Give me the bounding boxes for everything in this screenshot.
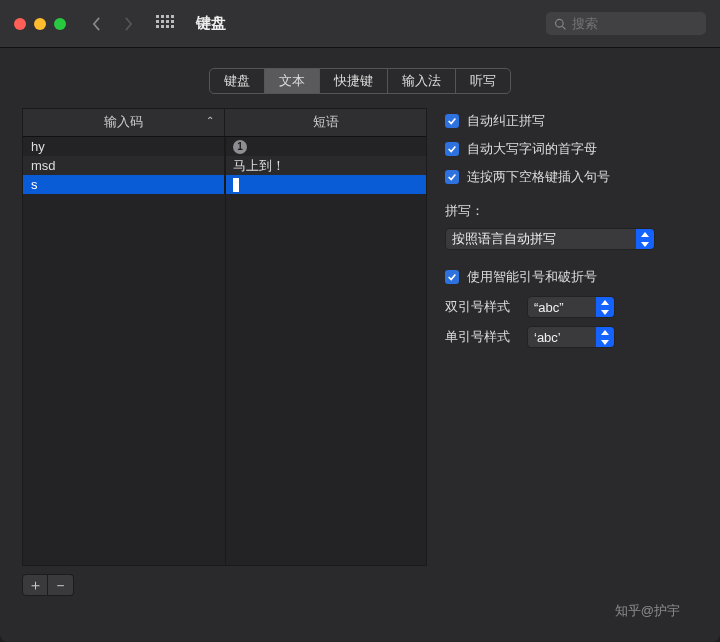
search-input[interactable]: [572, 16, 698, 31]
double-quote-row: 双引号样式 “abc”: [445, 296, 698, 318]
select-stepper-icon: [596, 327, 614, 347]
option-double-space[interactable]: 连按两下空格键插入句号: [445, 168, 698, 186]
spelling-select[interactable]: 按照语言自动拼写: [445, 228, 655, 250]
svg-line-1: [562, 26, 565, 29]
traffic-lights: [14, 18, 66, 30]
tabs-container: 键盘 文本 快捷键 输入法 听写: [0, 48, 720, 108]
substitutions-table: 输入码 ⌃ 短语 hy 1 msd: [22, 108, 427, 566]
maximize-button[interactable]: [54, 18, 66, 30]
option-label: 自动纠正拼写: [467, 112, 545, 130]
single-quote-label: 单引号样式: [445, 328, 517, 346]
col-header-input[interactable]: 输入码 ⌃: [23, 109, 225, 136]
back-button[interactable]: [84, 12, 108, 36]
footer: 知乎@护宇 设置蓝牙键盘…: [0, 606, 720, 642]
tab-input-sources[interactable]: 输入法: [388, 69, 456, 93]
tab-shortcuts[interactable]: 快捷键: [320, 69, 388, 93]
checkbox-checked-icon[interactable]: [445, 114, 459, 128]
double-quote-select[interactable]: “abc”: [527, 296, 615, 318]
cell-phrase[interactable]: 1: [225, 137, 426, 156]
checkbox-checked-icon[interactable]: [445, 142, 459, 156]
grid-icon[interactable]: [156, 15, 174, 33]
col-header-phrase[interactable]: 短语: [225, 109, 426, 136]
cell-input[interactable]: s: [23, 175, 225, 194]
svg-marker-3: [641, 242, 649, 247]
prefs-window: 键盘 键盘 文本 快捷键 输入法 听写 输入码 ⌃: [0, 0, 720, 642]
single-quote-select[interactable]: ‘abc’: [527, 326, 615, 348]
minimize-button[interactable]: [34, 18, 46, 30]
table-body: hy 1 msd 马上到！ s: [23, 137, 426, 565]
checkbox-checked-icon[interactable]: [445, 170, 459, 184]
search-icon: [554, 17, 566, 31]
svg-marker-2: [641, 232, 649, 237]
option-autocorrect[interactable]: 自动纠正拼写: [445, 112, 698, 130]
svg-point-0: [556, 19, 564, 27]
badge-icon: 1: [233, 140, 247, 154]
double-quote-value: “abc”: [534, 300, 564, 315]
svg-marker-6: [601, 330, 609, 335]
column-divider: [225, 137, 226, 565]
select-stepper-icon: [636, 229, 654, 249]
single-quote-row: 单引号样式 ‘abc’: [445, 326, 698, 348]
sort-indicator-icon: ⌃: [206, 115, 214, 126]
text-cursor-icon: [233, 178, 239, 192]
single-quote-value: ‘abc’: [534, 330, 561, 345]
options-panel: 自动纠正拼写 自动大写字词的首字母 连按两下空格键插入句号 拼写： 按照语言自动…: [445, 108, 698, 596]
titlebar: 键盘: [0, 0, 720, 48]
option-label: 使用智能引号和破折号: [467, 268, 597, 286]
option-label: 连按两下空格键插入句号: [467, 168, 610, 186]
option-capitalize[interactable]: 自动大写字词的首字母: [445, 140, 698, 158]
option-smart-quotes[interactable]: 使用智能引号和破折号: [445, 268, 698, 286]
cell-phrase-editing[interactable]: [225, 175, 426, 194]
spelling-label: 拼写：: [445, 202, 698, 220]
add-button[interactable]: ＋: [22, 574, 48, 596]
substitutions-panel: 输入码 ⌃ 短语 hy 1 msd: [22, 108, 427, 596]
col-header-input-label: 输入码: [104, 115, 143, 129]
tabs: 键盘 文本 快捷键 输入法 听写: [209, 68, 511, 94]
cell-phrase[interactable]: 马上到！: [225, 156, 426, 175]
window-title: 键盘: [196, 14, 226, 33]
forward-button[interactable]: [116, 12, 140, 36]
checkbox-checked-icon[interactable]: [445, 270, 459, 284]
cell-input[interactable]: msd: [23, 156, 225, 175]
svg-marker-7: [601, 340, 609, 345]
table-header: 输入码 ⌃ 短语: [23, 109, 426, 137]
spelling-value: 按照语言自动拼写: [452, 230, 556, 248]
svg-marker-4: [601, 300, 609, 305]
double-quote-label: 双引号样式: [445, 298, 517, 316]
option-label: 自动大写字词的首字母: [467, 140, 597, 158]
tab-text[interactable]: 文本: [265, 69, 320, 93]
tab-dictation[interactable]: 听写: [456, 69, 510, 93]
cell-input[interactable]: hy: [23, 137, 225, 156]
footer-watermark: 知乎@护宇: [615, 602, 680, 620]
remove-button[interactable]: －: [48, 574, 74, 596]
svg-marker-5: [601, 310, 609, 315]
add-remove-controls: ＋ －: [22, 574, 427, 596]
tab-keyboard[interactable]: 键盘: [210, 69, 265, 93]
search-field[interactable]: [546, 12, 706, 35]
col-header-phrase-label: 短语: [313, 115, 339, 129]
close-button[interactable]: [14, 18, 26, 30]
select-stepper-icon: [596, 297, 614, 317]
content: 输入码 ⌃ 短语 hy 1 msd: [0, 108, 720, 606]
